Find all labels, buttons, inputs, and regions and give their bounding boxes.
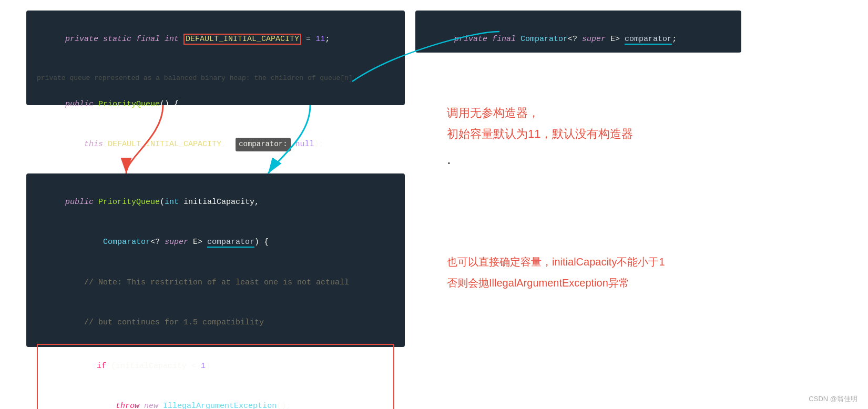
annotation-bottom: 也可以直接确定容量，initialCapacity不能小于1 否则会抛Illeg… — [447, 252, 665, 292]
annotation-top: 调用无参构造器， 初始容量默认为11，默认没有构造器 · — [447, 103, 633, 176]
code-block-right-top: private final Comparator<? super E> comp… — [415, 11, 741, 53]
if-block-box: if (initialCapacity < 1) throw new Illeg… — [37, 344, 394, 409]
watermark: CSDN @翁佳明 — [809, 394, 857, 404]
code-block-bottom: public PriorityQueue(int initialCapacity… — [26, 173, 405, 347]
page-container: private static final int DEFAULT_INITIAL… — [0, 0, 868, 409]
code-block-top: private static final int DEFAULT_INITIAL… — [26, 11, 405, 105]
